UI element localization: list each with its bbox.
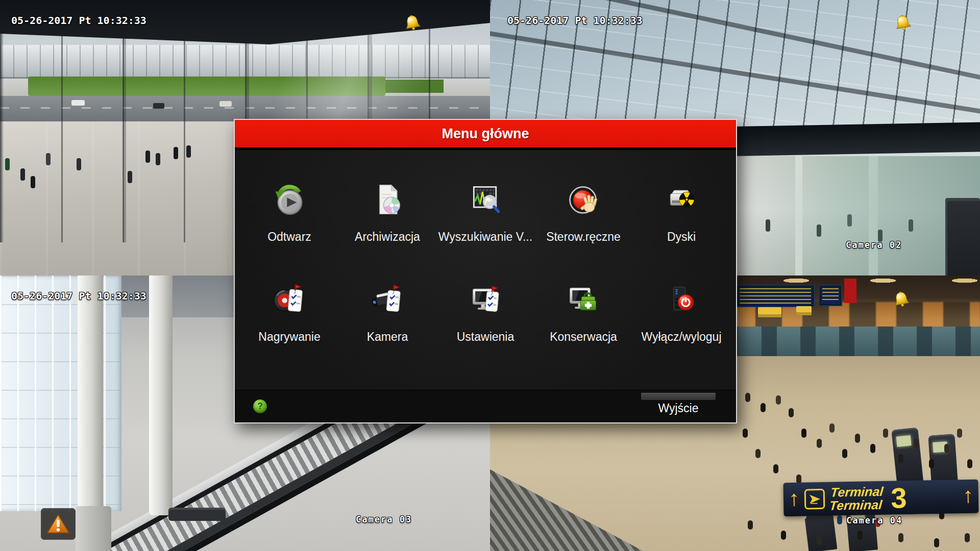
terminal-direction-sign: ↑ Terminal Terminal 3 ↑ — [783, 480, 978, 517]
menu-item-wylacz-wyloguj[interactable]: Wyłącz/wyloguj — [632, 282, 730, 344]
dialog-footer: ? Wyjście — [235, 390, 736, 422]
menu-item-label: Sterow.ręczne — [546, 230, 621, 244]
airplane-icon — [804, 489, 825, 510]
scene-selfcheck-kiosk — [891, 428, 923, 487]
exit-button[interactable]: Wyjście — [641, 402, 716, 415]
camera4-label: Camera 04 — [846, 515, 902, 525]
title-separator — [235, 147, 736, 150]
menu-item-label: Konserwacja — [550, 330, 617, 344]
menu-item-sterowanie-reczne[interactable]: Sterow.ręczne — [534, 182, 632, 244]
exit-focus-bar — [641, 393, 716, 400]
alarm-bell-icon — [891, 289, 912, 309]
menu-item-label: Dyski — [667, 230, 696, 244]
scene-departure-board — [819, 285, 842, 306]
camera-setup-icon — [370, 282, 405, 317]
scene-escalator-corner — [490, 469, 643, 551]
camera2-timestamp: 05-26-2017 Pt 10:32:33 — [507, 14, 643, 27]
manual-control-icon — [566, 182, 601, 217]
dialog-title: Menu główne — [442, 126, 529, 142]
menu-item-label: Wyłącz/wyloguj — [641, 330, 721, 344]
menu-item-archiwizacja[interactable]: Archiwizacja — [338, 182, 436, 244]
help-button[interactable]: ? — [253, 399, 267, 413]
scene-kiosk — [945, 198, 980, 276]
scene-yellow-sign — [796, 306, 812, 315]
people-silhouettes — [490, 0, 495, 12]
terminal-number: 3 — [891, 481, 907, 515]
scene-bench — [168, 508, 226, 521]
scene-column — [78, 276, 103, 515]
menu-item-wyszukiwanie[interactable]: Wyszukiwanie V... — [436, 182, 534, 244]
up-arrow-icon: ↑ — [963, 485, 974, 506]
alarm-bell-icon — [402, 13, 423, 32]
maintenance-icon — [566, 282, 601, 317]
scene-glass-mullions — [0, 276, 121, 511]
hdd-icon — [664, 182, 699, 217]
playback-icon — [272, 182, 307, 217]
dialog-title-bar: Menu główne — [235, 120, 736, 147]
video-search-icon — [468, 182, 503, 217]
camera2-label: Camera 02 — [846, 240, 902, 250]
scene-yellow-sign — [758, 307, 781, 317]
settings-icon — [468, 282, 503, 317]
camera1-timestamp: 05-26-2017 Pt 10:32:33 — [11, 14, 146, 27]
menu-item-label: Odtwarz — [267, 230, 311, 244]
camera3-label: Camera 03 — [356, 514, 412, 524]
menu-item-label: Wyszukiwanie V... — [438, 230, 532, 244]
menu-item-label: Archiwizacja — [355, 230, 420, 244]
camera3-timestamp: 05-26-2017 Pt 10:32:33 — [11, 290, 146, 302]
menu-item-kamera[interactable]: Kamera — [338, 282, 436, 344]
up-arrow-icon: ↑ — [789, 488, 800, 509]
scene-red-banner — [844, 279, 856, 303]
scene-departure-board — [736, 285, 815, 307]
record-schedule-icon — [272, 282, 307, 317]
help-icon: ? — [257, 401, 263, 412]
archive-icon — [370, 182, 405, 217]
terminal-sign-line1: Terminal — [830, 485, 884, 498]
menu-item-konserwacja[interactable]: Konserwacja — [534, 282, 632, 344]
shutdown-icon — [664, 282, 699, 317]
menu-item-label: Kamera — [367, 330, 408, 344]
dvr-screen: 05-26-2017 Pt 10:32:33 05-26-2017 Pt 10:… — [0, 0, 980, 551]
scene-pillar — [76, 506, 111, 551]
menu-item-label: Ustawienia — [457, 330, 514, 344]
alarm-bell-icon — [892, 13, 913, 32]
menu-item-odtwarz[interactable]: Odtwarz — [240, 182, 338, 244]
menu-item-dyski[interactable]: Dyski — [632, 182, 730, 244]
menu-item-nagrywanie[interactable]: Nagrywanie — [240, 282, 338, 344]
alarm-warning-icon[interactable] — [41, 508, 76, 540]
menu-item-ustawienia[interactable]: Ustawienia — [436, 282, 534, 344]
menu-item-label: Nagrywanie — [258, 330, 320, 344]
scene-column — [149, 276, 173, 515]
terminal-sign-line2: Terminal — [829, 498, 883, 512]
main-menu-dialog: Menu główne Odtwarz — [234, 119, 737, 423]
